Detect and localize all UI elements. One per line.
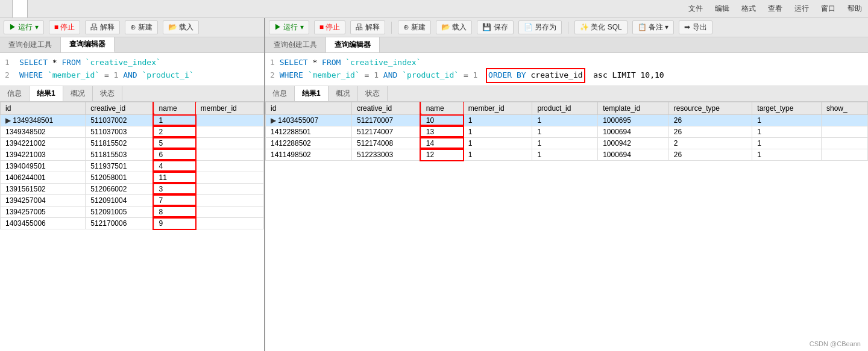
right-tab-overview[interactable]: 概况 (329, 86, 358, 101)
right-table-row[interactable]: ▶ 140345500751217000710111000695261 (266, 114, 868, 126)
right-load-button[interactable]: 📂 载入 (436, 20, 472, 34)
left-result-tabs: 信息 结果1 概况 状态 (0, 86, 264, 102)
left-col-name: name (154, 102, 195, 114)
left-table-row[interactable]: 13915615025120660023 (1, 183, 264, 194)
right-table-row[interactable]: 141228850151217400713111000694261 (266, 126, 868, 137)
left-tab-status[interactable]: 状态 (93, 86, 122, 101)
right-col-id: id (266, 102, 352, 114)
query-tab[interactable] (13, 0, 28, 17)
right-sql-editor[interactable]: 1 SELECT * FROM `creative_index` 2 WHERE… (265, 53, 868, 86)
left-col-creative-id: creative_id (86, 102, 154, 114)
right-col-product-id: product_id (532, 102, 598, 114)
left-table-row[interactable]: 13942570045120910047 (1, 194, 264, 206)
right-beautify-button[interactable]: ✨ 美化 SQL (574, 20, 627, 34)
watermark: CSDN @CBeann (810, 340, 861, 347)
left-col-member-id: member_id (195, 102, 263, 114)
left-explain-button[interactable]: 品 解释 (85, 20, 119, 34)
left-toolbar: ▶ 运行 ▾ ■ 停止 品 解释 ⊕ 新建 📂 载入 (0, 18, 264, 37)
left-table-row[interactable]: 13940495015119375014 (1, 160, 264, 172)
right-tab-status[interactable]: 状态 (358, 86, 388, 101)
right-col-member-id: member_id (463, 102, 532, 114)
menu-item-编辑[interactable]: 编辑 (709, 1, 735, 16)
left-tab-overview[interactable]: 概况 (63, 86, 93, 101)
right-new-button[interactable]: ⊕ 新建 (398, 20, 431, 34)
object-tab[interactable] (0, 0, 13, 17)
main-layout: ▶ 运行 ▾ ■ 停止 品 解释 ⊕ 新建 📂 载入 查询创建工具 查询编辑器 … (0, 18, 868, 351)
right-run-button[interactable]: ▶ 运行 ▾ (269, 20, 309, 34)
left-run-button[interactable]: ▶ 运行 ▾ (4, 20, 44, 34)
left-table-row[interactable]: 140624400151205800111 (1, 172, 264, 183)
right-tab-query-builder[interactable]: 查询创建工具 (265, 37, 326, 52)
right-sql-line1: 1 SELECT * FROM `creative_index` (270, 57, 863, 69)
left-table-row[interactable]: 13942210025118155025 (1, 137, 264, 149)
left-tab-result1[interactable]: 结果1 (30, 86, 63, 101)
right-tab-info[interactable]: 信息 (265, 86, 295, 101)
right-sql-line2: 2 WHERE `member_id` = 1 AND `product_id`… (270, 69, 863, 82)
right-tabs: 查询创建工具 查询编辑器 (265, 37, 868, 53)
right-col-resource-type: resource_type (668, 102, 752, 114)
right-export-button[interactable]: ➡ 导出 (679, 20, 712, 34)
menu-item-窗口[interactable]: 窗口 (815, 1, 841, 16)
title-bar: 文件编辑格式查看运行窗口帮助 (0, 0, 868, 18)
left-new-button[interactable]: ⊕ 新建 (125, 20, 158, 34)
right-result-table: id creative_id name member_id product_id… (265, 102, 868, 161)
order-by-highlight: ORDER BY creative_id (487, 69, 584, 82)
left-table-row[interactable]: 14034550065121700069 (1, 217, 264, 229)
right-table-wrap[interactable]: id creative_id name member_id product_id… (265, 102, 868, 351)
right-panel: ▶ 运行 ▾ ■ 停止 品 解释 ⊕ 新建 📂 载入 💾 保存 📄 另存为 ✨ … (265, 18, 868, 351)
left-sql-line1: 1 SELECT * FROM `creative_index` (5, 57, 259, 69)
right-stop-button[interactable]: ■ 停止 (314, 20, 346, 34)
left-sql-line2: 2 WHERE `member_id` = 1 AND `product_i` (5, 69, 259, 82)
right-col-creative-id: creative_id (352, 102, 421, 114)
right-col-target-type: target_type (752, 102, 822, 114)
right-col-template-id: template_id (598, 102, 669, 114)
menu-item-帮助[interactable]: 帮助 (841, 1, 868, 16)
right-col-name: name (421, 102, 463, 114)
right-table-row[interactable]: 141149850251223300312111000694261 (266, 149, 868, 160)
right-toolbar: ▶ 运行 ▾ ■ 停止 品 解释 ⊕ 新建 📂 载入 💾 保存 📄 另存为 ✨ … (265, 18, 868, 37)
right-tab-query-editor[interactable]: 查询编辑器 (326, 37, 380, 52)
menu-item-运行[interactable]: 运行 (788, 1, 815, 16)
left-tab-query-builder[interactable]: 查询创建工具 (0, 37, 61, 52)
menu-item-格式[interactable]: 格式 (735, 1, 762, 16)
left-table-row[interactable]: 13493485025110370032 (1, 126, 264, 137)
left-table-row[interactable]: ▶ 13493485015110370021 (1, 114, 264, 126)
left-stop-button[interactable]: ■ 停止 (49, 20, 81, 34)
left-sql-editor[interactable]: 1 SELECT * FROM `creative_index` 2 WHERE… (0, 53, 264, 86)
menu-item-文件[interactable]: 文件 (682, 1, 709, 16)
left-table-row[interactable]: 13942210035118155036 (1, 149, 264, 160)
right-save-button[interactable]: 💾 保存 (477, 20, 513, 34)
left-col-id: id (1, 102, 86, 114)
left-panel: ▶ 运行 ▾ ■ 停止 品 解释 ⊕ 新建 📂 载入 查询创建工具 查询编辑器 … (0, 18, 265, 351)
right-comment-button[interactable]: 📋 备注 ▾ (632, 20, 675, 34)
left-load-button[interactable]: 📂 载入 (163, 20, 199, 34)
left-result-table: id creative_id name member_id ▶ 13493485… (0, 102, 264, 229)
right-saveas-button[interactable]: 📄 另存为 (518, 20, 562, 34)
right-result-tabs: 信息 结果1 概况 状态 (265, 86, 868, 102)
left-tab-info[interactable]: 信息 (0, 86, 30, 101)
left-table-wrap[interactable]: id creative_id name member_id ▶ 13493485… (0, 102, 264, 351)
right-table-row[interactable]: 14122885025121740081411100094221 (266, 137, 868, 149)
right-explain-button[interactable]: 品 解释 (350, 20, 385, 34)
right-col-show: show_ (822, 102, 868, 114)
left-table-row[interactable]: 13942570055120910058 (1, 206, 264, 217)
menu-item-查看[interactable]: 查看 (762, 1, 788, 16)
right-tab-result1[interactable]: 结果1 (295, 86, 329, 101)
left-tab-query-editor[interactable]: 查询编辑器 (61, 37, 115, 52)
left-tabs: 查询创建工具 查询编辑器 (0, 37, 264, 53)
